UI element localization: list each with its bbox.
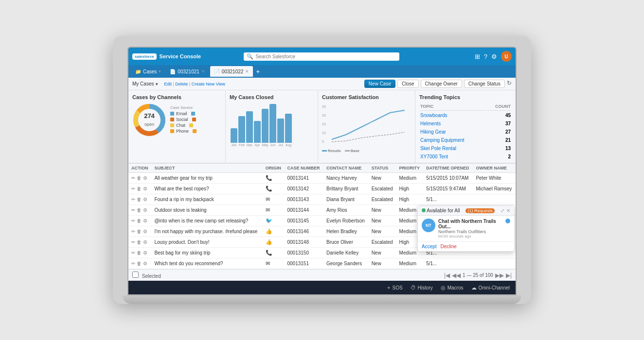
popup-expand-icon[interactable]: ⤢ [501, 208, 504, 213]
row-owner [473, 194, 516, 205]
delete-icon[interactable]: 🗑 [137, 261, 142, 266]
prev-page-button[interactable]: ◀◀ [452, 272, 461, 279]
row-subject[interactable]: Lousy product. Don't buy! [151, 237, 262, 248]
edit-icon[interactable]: ✏ [131, 186, 135, 191]
row-contact[interactable]: George Sanders [323, 258, 369, 269]
row-contact[interactable]: Evelyn Robertson [323, 216, 369, 226]
edit-icon[interactable]: ✏ [131, 207, 135, 213]
row-case-number[interactable]: 00013146 [284, 226, 323, 237]
topic-name[interactable]: XY7000 Tent [420, 153, 486, 160]
popup-close-icon[interactable]: ✕ [506, 208, 510, 213]
edit-link[interactable]: Edit [164, 82, 172, 86]
trending-row: XY7000 Tent2 [420, 153, 511, 160]
topic-name[interactable]: Hiking Gear [420, 128, 486, 136]
delete-icon[interactable]: 🗑 [137, 207, 142, 213]
change-status-button[interactable]: Change Status [464, 80, 505, 88]
more-icon[interactable]: ⚙ [143, 207, 147, 213]
row-case-number[interactable]: 00013141 [284, 173, 323, 184]
create-view-link[interactable]: Create New View [189, 82, 225, 86]
avatar[interactable]: U [501, 51, 512, 62]
row-case-number[interactable]: 00013142 [284, 184, 323, 194]
edit-icon[interactable]: ✏ [131, 175, 135, 181]
accept-button[interactable]: Accept [422, 244, 437, 249]
edit-icon[interactable]: ✏ [131, 261, 135, 266]
row-case-number[interactable]: 00013150 [284, 248, 323, 258]
row-subject[interactable]: Best bag for my skiing trip [151, 248, 262, 258]
more-icon[interactable]: ⚙ [143, 218, 147, 223]
more-icon[interactable]: ⚙ [143, 250, 147, 255]
tab1-close[interactable]: ✕ [201, 69, 205, 74]
delete-icon[interactable]: 🗑 [137, 175, 142, 181]
delete-icon[interactable]: 🗑 [137, 197, 142, 202]
edit-icon[interactable]: ✏ [131, 197, 135, 202]
decline-button[interactable]: Decline [441, 244, 457, 249]
edit-icon[interactable]: ✏ [131, 218, 135, 223]
tab-add-button[interactable]: + [256, 68, 260, 75]
select-all-checkbox[interactable] [132, 272, 139, 278]
row-contact[interactable]: Brittany Bryant [323, 184, 369, 194]
last-page-button[interactable]: ▶| [506, 272, 512, 279]
search-box[interactable]: 🔍 [244, 52, 399, 61]
topic-name[interactable]: Helments [420, 120, 486, 127]
settings-icon[interactable]: ⚙ [491, 53, 497, 60]
sos-button[interactable]: + SOS [387, 285, 403, 290]
more-icon[interactable]: ⚙ [143, 229, 147, 234]
macros-button[interactable]: ◎ Macros [441, 285, 464, 291]
tab2-close[interactable]: ✕ [245, 69, 249, 74]
row-subject[interactable]: @into when is the new camp set releasing… [151, 216, 262, 226]
omni-channel-button[interactable]: ☁ Omni-Channel [471, 285, 510, 291]
first-page-button[interactable]: |◀ [444, 272, 450, 279]
row-subject[interactable]: Outdoor stove is leaking [151, 205, 262, 216]
more-icon[interactable]: ⚙ [143, 186, 147, 191]
row-subject[interactable]: Found a rip in my backpack [151, 194, 262, 205]
row-contact[interactable]: Diana Bryant [323, 194, 369, 205]
delete-icon[interactable]: 🗑 [137, 250, 142, 255]
topic-name[interactable]: Snowboards [420, 112, 486, 119]
next-page-button[interactable]: ▶▶ [495, 272, 504, 279]
help-icon[interactable]: ? [484, 53, 487, 60]
tab-cases[interactable]: 📁 Cases ▾ [131, 66, 165, 77]
edit-icon[interactable]: ✏ [131, 229, 135, 234]
delete-icon[interactable]: 🗑 [137, 218, 142, 223]
row-contact[interactable]: Bruce Oliver [323, 237, 369, 248]
more-icon[interactable]: ⚙ [143, 197, 147, 202]
row-case-number[interactable]: 00013143 [284, 194, 323, 205]
row-case-number[interactable]: 00013144 [284, 205, 323, 216]
row-subject[interactable]: What are the best ropes? [151, 184, 262, 194]
new-case-button[interactable]: New Case [364, 80, 395, 88]
change-owner-button[interactable]: Change Owner [421, 80, 462, 88]
row-contact[interactable]: Danielle Kelley [323, 248, 369, 258]
edit-icon[interactable]: ✏ [131, 250, 135, 255]
row-contact[interactable]: Amy Rios [323, 205, 369, 216]
row-case-number[interactable]: 00013145 [284, 216, 323, 226]
row-subject[interactable]: I'm not happy with my purchase. #refund … [151, 226, 262, 237]
refresh-button[interactable]: ↻ [507, 80, 512, 88]
tab-cases-close[interactable]: ▾ [159, 69, 161, 74]
delete-link[interactable]: Delete [173, 82, 188, 86]
view-dropdown-icon[interactable]: ▾ [156, 82, 158, 86]
delete-icon[interactable]: 🗑 [137, 186, 142, 191]
delete-icon[interactable]: 🗑 [137, 239, 142, 245]
edit-icon[interactable]: ✏ [131, 239, 135, 245]
more-icon[interactable]: ⚙ [143, 175, 147, 181]
chat-label: Chat [176, 123, 185, 128]
row-subject[interactable]: Which tent do you recommend? [151, 258, 262, 269]
tab-00321021[interactable]: 📄 00321021 ✕ [166, 66, 209, 77]
close-button[interactable]: Close [397, 80, 419, 88]
row-case-number[interactable]: 00013151 [284, 258, 323, 269]
search-input[interactable] [255, 54, 396, 59]
row-contact[interactable]: Nancy Harvey [323, 173, 369, 184]
tab-00321022[interactable]: 📄 00321022 ✕ [210, 66, 253, 77]
topic-name[interactable]: Skei Pole Rental [420, 145, 486, 152]
more-icon[interactable]: ⚙ [143, 261, 147, 266]
delete-icon[interactable]: 🗑 [137, 229, 142, 234]
col-subject: SUBJECT [151, 164, 262, 173]
more-icon[interactable]: ⚙ [143, 239, 147, 245]
grid-icon[interactable]: ⊞ [475, 53, 480, 60]
row-contact[interactable]: Helen Bradley [323, 226, 369, 237]
topic-name[interactable]: Camping Equipment [420, 136, 486, 144]
tab-bar: 📁 Cases ▾ 📄 00321021 ✕ 📄 00321022 ✕ + [128, 65, 516, 78]
history-button[interactable]: ⏱ History [411, 285, 433, 290]
row-subject[interactable]: All weather gear for my trip [151, 173, 262, 184]
row-case-number[interactable]: 00013148 [284, 237, 323, 248]
